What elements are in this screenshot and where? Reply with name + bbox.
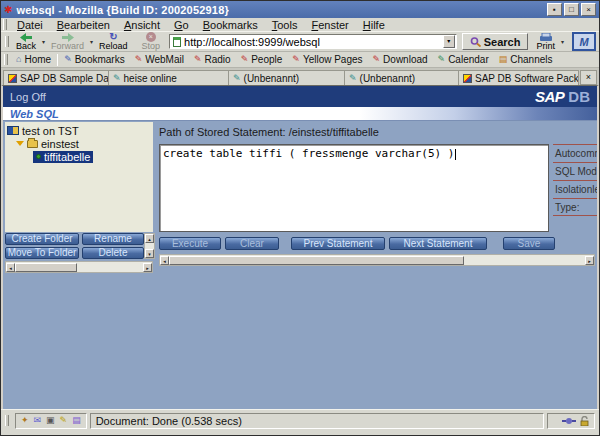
brand-sap: SAP [535, 88, 564, 105]
brand-db: DB [568, 88, 590, 105]
calendar-icon: ✎ [438, 55, 446, 64]
menu-bearbeiten[interactable]: Bearbeiten [50, 19, 117, 31]
save-button[interactable]: Save [503, 237, 555, 250]
tree-root-row[interactable]: test on TST [7, 124, 153, 137]
mozilla-logo[interactable]: M [572, 32, 596, 51]
maximize-button[interactable]: □ [564, 3, 579, 16]
back-button[interactable]: Back [12, 32, 40, 52]
scroll-right-icon[interactable]: ▸ [585, 256, 594, 265]
menu-tools[interactable]: Tools [265, 19, 305, 31]
bookmarks-icon: ✎ [64, 55, 72, 64]
tree-vertical-scrollbar[interactable]: ▴ ▾ [144, 233, 155, 259]
tree-folder-row[interactable]: einstest [7, 137, 153, 150]
page-proxy-icon[interactable] [173, 37, 181, 47]
menu-fenster[interactable]: Fenster [304, 19, 355, 31]
url-input[interactable] [184, 35, 440, 48]
composer-icon[interactable]: ▣ [46, 416, 55, 425]
app-title-bar: Web SQL [3, 107, 597, 121]
scroll-left-icon[interactable]: ◂ [160, 256, 169, 265]
browser-window: ✱ websql - Mozilla {Build ID: 2002052918… [0, 0, 600, 436]
rename-button[interactable]: Rename [82, 233, 144, 245]
search-button[interactable]: Search [462, 33, 529, 50]
minimize-button[interactable]: ▪ [547, 3, 562, 16]
personal-item-radio[interactable]: ✎ Radio [189, 54, 236, 65]
editor-icon[interactable]: ✎ [60, 416, 68, 425]
window-menu-icon[interactable]: ✱ [4, 5, 12, 15]
autocommit-label: Autocommit [553, 144, 597, 162]
log-off-link[interactable]: Log Off [10, 91, 46, 103]
close-button[interactable]: × [581, 3, 596, 16]
forward-dropdown-icon[interactable]: ▾ [88, 38, 95, 45]
toolbar-grippy[interactable] [3, 19, 7, 30]
personal-item-download[interactable]: ✎ Download [368, 54, 433, 65]
create-folder-button[interactable]: Create Folder [5, 233, 79, 245]
personal-item-people[interactable]: ✎ People [236, 54, 288, 65]
stop-label: Stop [142, 42, 161, 51]
status-message: Document: Done (0.538 secs) [90, 413, 544, 429]
menu-go[interactable]: Go [167, 19, 196, 31]
editor-horizontal-scrollbar[interactable]: ◂ ▸ [159, 254, 595, 266]
expanded-twisty-icon[interactable] [16, 141, 24, 146]
scrollbar-thumb[interactable] [169, 256, 464, 265]
toolbar-separator [57, 54, 58, 66]
move-to-folder-button[interactable]: Move To Folder [5, 247, 79, 259]
menu-datei[interactable]: Datei [10, 19, 50, 31]
toolbar-grippy[interactable] [4, 54, 8, 65]
selected-tree-item[interactable]: tiffitabelle [33, 151, 93, 163]
tab-heise-online[interactable]: ✎ heise online [109, 70, 229, 85]
print-button[interactable]: Print [532, 32, 559, 52]
clear-button[interactable]: Clear [225, 237, 279, 250]
titlebar: ✱ websql - Mozilla {Build ID: 2002052918… [1, 1, 599, 18]
next-statement-button[interactable]: Next Statement [389, 237, 487, 250]
offline-plug-icon[interactable] [562, 417, 576, 425]
database-icon [7, 126, 19, 135]
webmail-icon: ✎ [135, 55, 143, 64]
print-label: Print [536, 42, 555, 51]
forward-button[interactable]: Forward [47, 32, 88, 52]
scroll-up-icon[interactable]: ▴ [145, 234, 154, 243]
tab-unbenannt-2[interactable]: ✎ (Unbenannt) [345, 70, 459, 85]
tree-item-row[interactable]: tiffitabelle [7, 150, 153, 163]
tab-label: SAP DB Sample Database (.. [20, 73, 109, 84]
forward-icon [62, 33, 74, 42]
sql-text: create table tiffi ( fressmenge varchar(… [163, 147, 454, 160]
back-dropdown-icon[interactable]: ▾ [40, 38, 47, 45]
tab-sapdb-software-packages[interactable]: SAP DB Software Packages [459, 70, 579, 85]
personal-item-webmail[interactable]: ✎ WebMail [130, 54, 189, 65]
navigator-icon[interactable]: ✦ [21, 416, 29, 425]
text-cursor [455, 149, 456, 160]
personal-item-home[interactable]: ⌂ Home [11, 54, 56, 65]
personal-item-yellow-pages[interactable]: ✎ Yellow Pages [287, 54, 367, 65]
statement-bullet-icon [36, 154, 41, 159]
yellow-pages-icon: ✎ [292, 55, 300, 64]
mail-icon[interactable]: ✉ [34, 416, 42, 425]
tab-sapdb-sample-database[interactable]: SAP DB Sample Database (.. [3, 70, 109, 85]
menu-bookmarks[interactable]: Bookmarks [196, 19, 265, 31]
personal-item-label: Yellow Pages [303, 54, 363, 65]
address-book-icon[interactable]: ▤ [72, 416, 81, 425]
stop-button[interactable]: × Stop [138, 32, 165, 52]
prev-statement-button[interactable]: Prev Statement [291, 237, 385, 250]
personal-item-calendar[interactable]: ✎ Calendar [433, 54, 494, 65]
sql-editor[interactable]: create table tiffi ( fressmenge varchar(… [159, 144, 549, 232]
security-lock-icon[interactable] [580, 416, 589, 426]
menu-hilfe[interactable]: Hilfe [356, 19, 392, 31]
page-icon: ✎ [349, 74, 357, 83]
toolbar-grippy[interactable] [5, 36, 9, 47]
close-tab-button[interactable]: × [580, 70, 597, 85]
tree-folder-label: einstest [41, 138, 79, 150]
tab-unbenannt-1[interactable]: ✎ (Unbenannt) [229, 70, 345, 85]
personal-item-label: WebMail [145, 54, 184, 65]
reload-button[interactable]: ↻ Reload [95, 32, 132, 52]
component-bar: ✦ ✉ ▣ ✎ ▤ [15, 413, 87, 429]
personal-item-bookmarks[interactable]: ✎ Bookmarks [59, 54, 130, 65]
execute-button[interactable]: Execute [159, 237, 221, 250]
url-dropdown-icon[interactable]: ▾ [443, 35, 455, 48]
tree-toolbar: Create Folder Rename Move To Folder Dele… [5, 232, 153, 260]
statusbar-grippy[interactable] [5, 415, 9, 426]
menu-ansicht[interactable]: Ansicht [117, 19, 167, 31]
scroll-down-icon[interactable]: ▾ [145, 249, 154, 258]
delete-button[interactable]: Delete [82, 247, 144, 259]
print-dropdown-icon[interactable]: ▾ [559, 38, 566, 45]
personal-item-channels[interactable]: ▤ Channels [494, 54, 558, 65]
